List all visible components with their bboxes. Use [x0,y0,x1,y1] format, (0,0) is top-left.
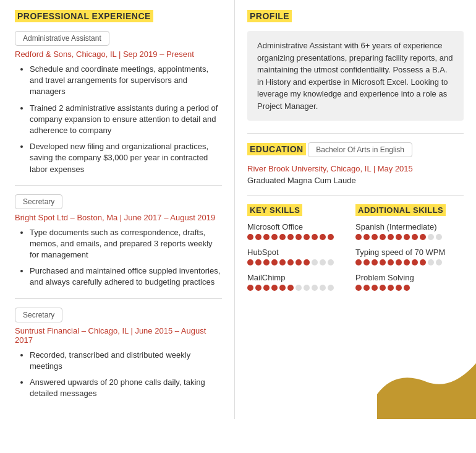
dot-filled [263,285,270,291]
skill-microsoft-office: Microsoft Office [247,222,355,240]
job-1-bullets: Schedule and coordinate meetings, appoin… [15,64,222,175]
key-skills-title: KEY SKILLS [247,204,302,216]
job-2-bullets: Type documents such as correspondence, d… [15,227,222,288]
decorative-blob [377,345,476,419]
dot-filled [263,259,270,265]
dot-filled [380,234,386,240]
additional-skills-title: ADDITIONAL SKILLS [355,204,446,216]
dot-empty [295,285,302,291]
dot-filled [295,234,302,240]
job-3-bullets: Recorded, transcribed and distributed we… [15,350,222,400]
job-3-badge: Secretary [15,308,62,322]
edu-university: River Brook University, Chicago, IL | Ma… [247,164,464,173]
list-item: Purchased and maintained office suppled … [30,265,222,288]
left-column: PROFESSIONAL EXPERIENCE Administrative A… [0,0,235,419]
job-1-badge: Administrative Assistant [15,31,109,46]
skill-hubspot: HubSpot [247,248,355,265]
dot-filled [247,234,253,240]
skill-mailchimp: MailChimp [247,273,355,291]
divider-1 [15,185,222,186]
list-item: Trained 2 administrative assistants duri… [30,103,222,137]
skill-dots [247,285,355,291]
experience-section-title: PROFESSIONAL EXPERIENCE [15,10,153,22]
dot-empty [328,259,334,265]
job-2-company: Bright Spot Ltd – Boston, Ma | June 2017… [15,213,222,222]
skill-name: Typing speed of 70 WPM [355,248,464,257]
skill-dots [355,285,464,291]
skills-row: KEY SKILLS Microsoft Office HubSpot Mail… [247,204,464,298]
skill-problem-solving: Problem Solving [355,273,464,291]
skill-name: HubSpot [247,248,355,257]
dot-empty [328,285,334,291]
skill-dots [355,234,464,240]
dot-filled [328,234,334,240]
list-item: Answered upwards of 20 phone calls daily… [30,377,222,399]
skill-name: Microsoft Office [247,222,355,231]
dot-filled [380,259,386,265]
dot-filled [355,234,362,240]
dot-filled [388,285,394,291]
skill-name: Problem Solving [355,273,464,282]
profile-section-title: PROFILE [247,10,292,22]
dot-filled [380,285,386,291]
dot-filled [255,234,261,240]
dot-filled [355,259,362,265]
dot-filled [304,234,310,240]
dot-filled [247,285,253,291]
skill-spanish: Spanish (Intermediate) [355,222,464,240]
skill-dots [247,234,355,240]
dot-filled [263,234,270,240]
job-3: Secretary Suntrust Financial – Chicago, … [15,308,222,400]
dot-filled [372,259,378,265]
dot-filled [412,259,418,265]
list-item: Recorded, transcribed and distributed we… [30,350,222,372]
dot-filled [355,285,362,291]
dot-filled [247,259,253,265]
dot-filled [372,285,378,291]
list-item: Type documents such as correspondence, d… [30,227,222,261]
dot-filled [396,259,402,265]
skill-dots [355,259,464,265]
additional-skills-col: ADDITIONAL SKILLS Spanish (Intermediate)… [355,204,464,298]
dot-empty [312,259,318,265]
dot-filled [404,259,410,265]
job-1: Administrative Assistant Redford & Sons,… [15,31,222,175]
dot-filled [279,259,286,265]
edu-note: Graduated Magna Cum Laude [247,176,464,185]
dot-filled [363,259,370,265]
dot-filled [304,259,310,265]
dot-filled [287,259,294,265]
dot-filled [320,234,326,240]
dot-filled [404,234,410,240]
job-2-badge: Secretary [15,194,62,209]
dot-empty [428,259,434,265]
dot-filled [404,285,410,291]
education-section-title: EDUCATION [247,143,306,155]
edu-badge: Bachelor Of Arts in English [308,142,412,157]
dot-filled [255,259,261,265]
list-item: Schedule and coordinate meetings, appoin… [30,64,222,98]
dot-empty [320,285,326,291]
job-3-company: Suntrust Financial – Chicago, IL | June … [15,326,222,345]
dot-empty [436,259,442,265]
key-skills-col: KEY SKILLS Microsoft Office HubSpot Mail… [247,204,355,298]
dot-filled [420,234,426,240]
dot-filled [271,285,278,291]
dot-empty [312,285,318,291]
job-2: Secretary Bright Spot Ltd – Boston, Ma |… [15,194,222,288]
dot-filled [363,234,370,240]
job-1-company: Redford & Sons, Chicago, IL | Sep 2019 –… [15,50,222,59]
dot-filled [287,285,294,291]
skill-name: MailChimp [247,273,355,282]
dot-filled [420,259,426,265]
dot-filled [295,259,302,265]
skill-typing: Typing speed of 70 WPM [355,248,464,265]
dot-filled [271,234,278,240]
skill-name: Spanish (Intermediate) [355,222,464,231]
divider-3 [247,133,464,134]
dot-empty [304,285,310,291]
dot-filled [412,234,418,240]
dot-filled [279,285,286,291]
dot-empty [428,234,434,240]
dot-filled [255,285,261,291]
